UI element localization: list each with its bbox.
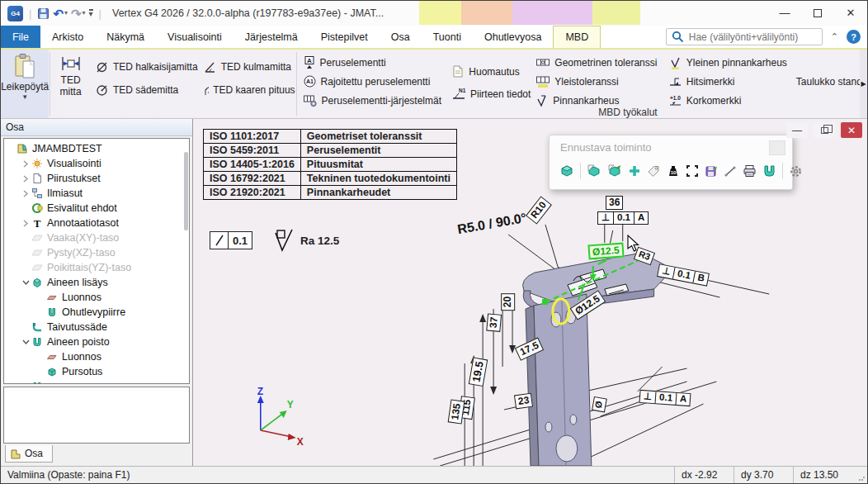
tree-item-taivutuss-de[interactable]: RTaivutussäde [4,320,189,335]
collapse-ribbon-button[interactable]: ⌃ [828,31,842,42]
tag-icon[interactable] [647,164,661,178]
tree-expander-icon[interactable] [21,160,31,168]
resize-grip[interactable] [856,467,867,483]
tab-visualisointi[interactable]: Visualisointi [156,26,234,48]
table-standard-button[interactable]: Taulukko standardi [787,72,867,91]
close-button[interactable]: ✕ [834,1,867,25]
datum-button[interactable]: A Peruselementti [298,53,447,72]
app-logo-icon: G4 [7,6,23,21]
print-icon[interactable] [743,164,757,178]
tree-item-annotaatiotasot[interactable]: TAnnotaatiotasot [4,216,189,230]
tree-expander-icon[interactable] [21,220,31,227]
arc-length-button[interactable]: TED kaaren pituus [198,78,295,102]
feature-info-button[interactable]: N1 Piirteen tiedot [446,83,531,105]
tree-item-label: Pursotus [62,366,102,377]
add-icon[interactable] [628,164,641,178]
angle-dimension-button[interactable]: TED kulmamitta [198,55,295,78]
tree-expander-icon[interactable] [21,279,31,286]
tab-pistepilvet[interactable]: Pistepilvet [309,26,380,48]
search-box[interactable] [666,28,823,45]
tab-osa[interactable]: Osa [380,26,422,48]
search-icon [672,31,684,43]
tree-item-pysty-xz-taso[interactable]: Pysty(XZ)-taso [4,245,189,260]
tree-scrollbar[interactable] [184,152,188,230]
tree-expander-icon[interactable] [21,339,31,345]
new-model-icon[interactable] [559,164,574,178]
open-recent-icon[interactable] [607,164,622,178]
general-surface-roughness-button[interactable]: Yleinen pinnankarheus [663,53,787,72]
tab-file[interactable]: File [1,26,40,48]
tab-arkisto[interactable]: Arkisto [40,26,95,48]
diameter-dimension-button[interactable]: TED halkaisijamitta [90,55,198,78]
tree-item-jmambdtest[interactable]: JMAMBDTEST [4,141,189,156]
model-tree[interactable]: JMAMBDTESTVisualisointiPiirustuksetIlmia… [3,138,190,384]
tree-item-ohutlevypiirre[interactable]: Ohutlevypiirre [4,305,189,320]
tab-tuonti[interactable]: Tuonti [422,26,473,48]
tree-item-luonnos[interactable]: Luonnos [4,349,189,364]
tree-item-esivalitut-ehdot[interactable]: Esivalitut ehdot [4,201,189,216]
document-restore-button[interactable] [814,122,835,138]
tab-järjestelmä[interactable]: Järjestelmä [234,26,309,48]
drawing-canvas[interactable]: Z Y X R5.0 / 90.0°R1036⊥0.1AØ12.5R3⊥0.1B… [192,119,867,466]
sketch-icon [45,292,59,303]
tree-item-label: Vaaka(XY)-taso [47,232,119,244]
tree-item-label: Visualisointi [47,158,101,169]
open-model-icon[interactable] [587,164,601,178]
save-icon[interactable] [705,164,718,178]
document-close-button[interactable]: ✕ [841,122,862,138]
tree-item-piirustukset[interactable]: Piirustukset [4,171,189,186]
clipboard-button[interactable]: Leikepöytä ▼ [1,50,49,118]
sidebar-tab-osa[interactable]: Osa [5,445,53,463]
note-button[interactable]: Huomautus [446,60,531,83]
preselect-icon [31,202,44,214]
radius-dimension-button[interactable]: TED sädemitta [90,78,198,102]
mouse-cursor [627,235,640,253]
settings-icon[interactable] [789,164,803,178]
bend-icon: R [31,321,44,333]
redo-button[interactable]: ↷▾ [71,7,86,20]
tree-item-vaaka-xy-taso[interactable]: Vaaka(XY)-taso [4,230,189,245]
tree-item-aineen-poisto[interactable]: Aineen poisto [4,335,189,349]
customize-toolbar-button[interactable]: ▾ [89,9,93,17]
ribbon-overflow-arrow[interactable]: ▶ [860,50,867,118]
tree-item-ilmiasut[interactable]: Ilmiasut [4,186,189,201]
search-input[interactable] [689,31,817,43]
tree-item-aineen-lis-ys[interactable]: Aineen lisäys [4,275,189,290]
selection-frame-icon[interactable] [686,164,699,178]
tree-expander-icon[interactable] [21,190,31,197]
datum-systems-button[interactable]: Peruselementti-järjestelmät [298,91,447,110]
weld-symbol-button[interactable]: Hitsimerkki [663,72,787,91]
tree-item-poikittais-yz-taso[interactable]: Poikittais(YZ)-taso [4,260,189,275]
archive-icon[interactable] [762,164,776,178]
maximize-button[interactable] [801,1,834,25]
save-button[interactable] [37,7,50,20]
constrained-datum-button[interactable]: A1 Rajoitettu peruselementti [298,72,447,91]
tab-näkymä[interactable]: Näkymä [95,26,156,48]
predictive-action-palette[interactable]: Ennustava toiminto 10 [549,135,793,190]
general-tolerance-button[interactable]: Yleistoleranssi [531,72,663,91]
tree-item-luonnos[interactable]: Luonnos [4,290,189,305]
iso-standards-table: ISO 1101:2017Geometriset toleranssitISO … [203,129,457,200]
surface-roughness-symbol[interactable]: Ra 12.5 [271,228,339,253]
triad-y-label: Y [287,399,294,410]
iso-table-row: ISO 1101:2017Geometriset toleranssit [204,130,457,144]
geometric-tolerance-button[interactable]: Geometrinen toleranssi [531,53,663,72]
tree-item-visualisointi[interactable]: Visualisointi [4,156,189,171]
minimize-button[interactable]: — [768,1,801,25]
undo-button[interactable]: ↶▾ [53,7,68,20]
ted-dimension-button[interactable]: TED mitta [51,50,90,118]
tab-mbd[interactable]: MBD [553,26,601,48]
help-button[interactable]: ? [847,30,861,44]
straightness-frame[interactable]: 0.1 [210,231,252,249]
measure-icon[interactable] [724,164,737,178]
feature-info-label: Piirteen tiedot [470,88,531,100]
svg-text:A1: A1 [306,78,314,84]
ribbon-tab-bar: File ArkistoNäkymäVisualisointiJärjestel… [1,26,867,48]
weight-icon[interactable]: 10 [667,164,680,178]
surface-roughness-label: Pinnankarheus [553,95,619,107]
tab-ohutlevyosa[interactable]: Ohutlevyosa [473,26,553,48]
tree-item-pursotus[interactable]: Pursotus [4,364,189,379]
document-minimize-button[interactable]: — [786,122,808,138]
tree-expander-icon[interactable] [21,175,31,183]
tree-item[interactable] [4,379,189,384]
